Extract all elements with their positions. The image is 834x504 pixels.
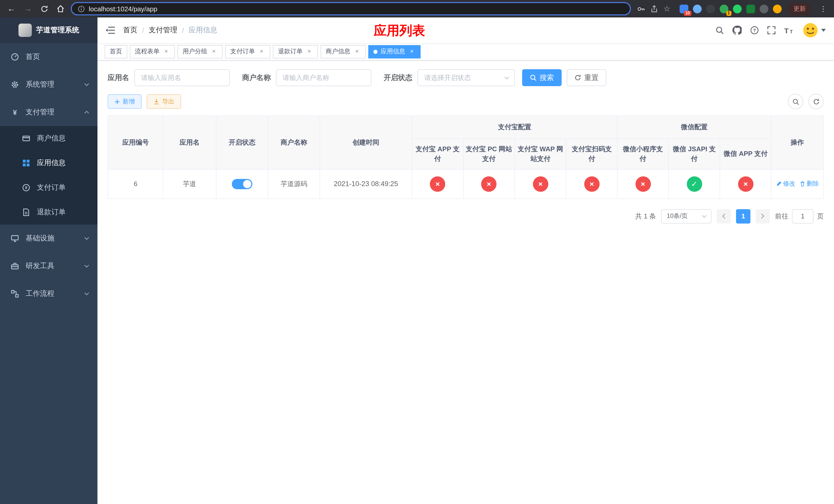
tab-merchant-info[interactable]: 商户信息× (321, 45, 366, 58)
help-icon[interactable]: ? (750, 26, 759, 35)
tab-process-form[interactable]: 流程表单× (130, 45, 175, 58)
browser-toolbar: ← → localhost:1024/pay/app ☆ 10 1 (0, 0, 834, 18)
trash-icon (799, 181, 805, 187)
close-icon[interactable]: × (210, 48, 218, 55)
extension-icon[interactable]: 1 (720, 4, 728, 13)
close-icon[interactable]: × (408, 48, 415, 55)
add-button[interactable]: 新增 (108, 94, 141, 109)
breadcrumb: 首页 / 支付管理 / 应用信息 (123, 26, 218, 35)
site-info-icon[interactable] (78, 5, 85, 12)
sidebar-item-workflow[interactable]: 工作流程 (0, 280, 97, 307)
delete-link[interactable]: 删除 (799, 180, 819, 188)
status-toggle[interactable] (232, 179, 253, 189)
col-alipay-wap: 支付宝 WAP 网站支付 (515, 138, 566, 169)
search-button[interactable]: 搜索 (522, 69, 562, 86)
user-menu[interactable] (803, 23, 826, 38)
breadcrumb-separator: / (142, 26, 144, 35)
profile-avatar-icon[interactable] (773, 4, 782, 13)
col-wechat-jsapi: 微信 JSAPI 支付 (668, 138, 720, 169)
share-icon[interactable] (651, 5, 657, 13)
sidebar-item-system[interactable]: 系统管理 (0, 71, 97, 98)
svg-text:T: T (784, 27, 789, 34)
status-circle: × (738, 176, 753, 191)
status-circle: × (533, 176, 548, 191)
toggle-search-button[interactable] (788, 94, 803, 109)
table-toolbar: 新增 导出 (108, 94, 824, 109)
app-name-label: 应用名 (108, 73, 129, 82)
total-count: 共 1 条 (635, 211, 656, 221)
col-status: 开启状态 (216, 116, 268, 169)
page-unit-label: 页 (817, 211, 824, 221)
col-wechat-app: 微信 APP 支付 (720, 138, 771, 169)
password-key-icon[interactable] (637, 5, 644, 13)
page-number-1[interactable]: 1 (736, 209, 750, 223)
col-alipay-app: 支付宝 APP 支付 (412, 138, 463, 169)
extension-badge: 1 (726, 10, 731, 16)
extension-icon[interactable] (693, 4, 702, 13)
extension-icon[interactable] (733, 4, 742, 13)
merchant-name-input[interactable] (276, 69, 371, 86)
cell-app-name: 芋道 (163, 169, 216, 199)
chrome-update-button[interactable]: 更新 (788, 2, 811, 15)
browser-menu-icon[interactable]: ⋮ (818, 5, 829, 13)
close-icon[interactable]: × (306, 48, 313, 55)
refresh-icon (574, 74, 581, 81)
goto-page-input[interactable] (792, 209, 813, 223)
col-wechat-mini: 微信小程序支付 (617, 138, 668, 169)
browser-home-button[interactable] (54, 3, 67, 15)
address-bar[interactable]: localhost:1024/pay/app (71, 2, 631, 15)
sidebar-item-app-info[interactable]: 应用信息 (0, 151, 97, 175)
breadcrumb-home[interactable]: 首页 (123, 26, 137, 35)
extension-icon[interactable] (706, 4, 715, 13)
tab-user-group[interactable]: 用户分组× (177, 45, 223, 58)
next-page-button[interactable] (755, 209, 770, 223)
prev-page-button[interactable] (717, 209, 731, 223)
status-select[interactable]: 请选择开启状态 (418, 69, 515, 86)
status-circle: × (635, 176, 651, 191)
tab-refund-orders[interactable]: 退款订单× (273, 45, 318, 58)
sidebar-item-refund-orders[interactable]: 退款订单 (0, 200, 97, 225)
cell-alipay-pc: × (463, 169, 515, 199)
github-icon[interactable] (732, 26, 742, 35)
reset-button[interactable]: 重置 (567, 69, 606, 86)
close-icon[interactable]: × (353, 48, 360, 55)
sidebar-item-merchant-info[interactable]: 商户信息 (0, 126, 97, 151)
sidebar-item-home[interactable]: 首页 (0, 43, 97, 71)
svg-text:?: ? (753, 28, 756, 33)
extension-icon[interactable]: 10 (680, 4, 688, 13)
sidebar-item-pay-orders[interactable]: ¥ 支付订单 (0, 175, 97, 200)
page-size-select[interactable]: 10条/页 (661, 209, 711, 223)
fullscreen-icon[interactable] (767, 26, 775, 35)
bookmark-star-icon[interactable]: ☆ (663, 4, 671, 13)
refresh-table-button[interactable] (808, 94, 824, 109)
breadcrumb-app-info: 应用信息 (189, 26, 218, 35)
search-icon[interactable] (716, 26, 724, 35)
cell-alipay-scan: × (566, 169, 617, 199)
app-name-input[interactable] (134, 69, 230, 86)
close-icon[interactable]: × (258, 48, 265, 55)
extension-icon[interactable] (746, 4, 755, 13)
browser-back-button[interactable]: ← (5, 3, 18, 15)
tab-pay-orders[interactable]: 支付订单× (225, 45, 270, 58)
active-dot (373, 49, 377, 53)
browser-forward-button[interactable]: → (22, 3, 34, 15)
edit-link[interactable]: 修改 (776, 180, 795, 188)
sidebar-item-infrastructure[interactable]: 基础设施 (0, 225, 97, 252)
sidebar-collapse-icon[interactable] (106, 27, 115, 34)
close-icon[interactable]: × (162, 48, 170, 55)
sidebar-item-payment[interactable]: ¥ 支付管理 (0, 98, 97, 126)
extensions-puzzle-icon[interactable] (760, 4, 768, 13)
breadcrumb-payment[interactable]: 支付管理 (149, 26, 177, 35)
chevron-right-icon (761, 213, 765, 219)
cell-wechat-jsapi: ✓ (668, 169, 720, 199)
font-size-icon[interactable]: TT (784, 26, 794, 34)
browser-reload-button[interactable] (38, 3, 50, 15)
refresh-icon (813, 98, 819, 105)
app-logo[interactable]: 芋道管理系统 (0, 18, 97, 43)
plus-icon (114, 99, 120, 104)
tab-home[interactable]: 首页 (105, 45, 127, 58)
status-circle: × (584, 176, 599, 191)
export-button[interactable]: 导出 (147, 94, 181, 109)
sidebar-item-dev-tools[interactable]: 研发工具 (0, 252, 97, 280)
tab-app-info[interactable]: 应用信息× (368, 45, 421, 58)
